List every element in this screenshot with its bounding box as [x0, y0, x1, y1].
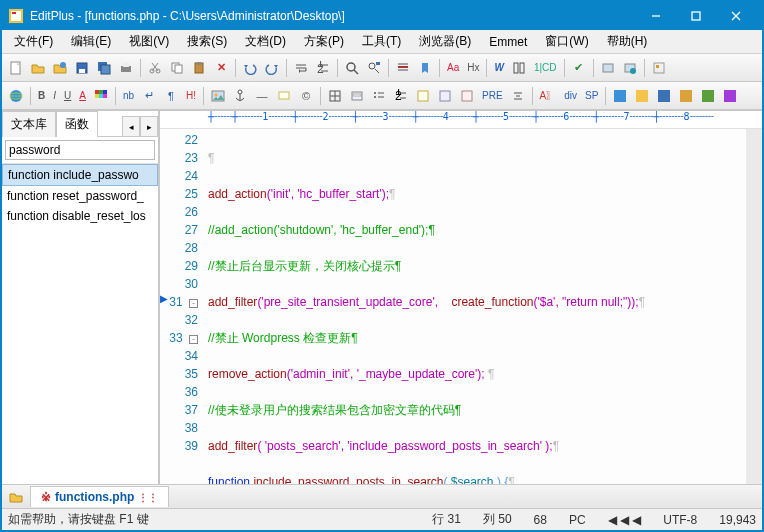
list-ul-icon[interactable]: [369, 86, 389, 106]
image-icon[interactable]: [208, 86, 228, 106]
status-encoding[interactable]: UTF-8: [663, 513, 697, 527]
new-file-icon[interactable]: [6, 58, 26, 78]
font-size-icon[interactable]: Aa: [444, 58, 462, 78]
fold-toggle-icon[interactable]: -: [189, 299, 198, 308]
menu-emmet[interactable]: Emmet: [481, 33, 535, 51]
delete-icon[interactable]: ✕: [211, 58, 231, 78]
menu-edit[interactable]: 编辑(E): [63, 31, 119, 52]
spellcheck-icon[interactable]: ✔: [569, 58, 589, 78]
form-icon[interactable]: [347, 86, 367, 106]
globe-icon[interactable]: [6, 86, 26, 106]
menu-browser[interactable]: 浏览器(B): [411, 31, 479, 52]
columns-icon[interactable]: [509, 58, 529, 78]
folder-icon[interactable]: [6, 487, 26, 507]
undo-icon[interactable]: [240, 58, 260, 78]
pre-icon[interactable]: PRE: [479, 86, 506, 106]
save-icon[interactable]: [72, 58, 92, 78]
status-line: 行 31: [432, 511, 461, 528]
applet-icon[interactable]: [435, 86, 455, 106]
function-search-input[interactable]: [5, 140, 155, 160]
open-file-icon[interactable]: [28, 58, 48, 78]
replace-icon[interactable]: [364, 58, 384, 78]
sidetab-library[interactable]: 文本库: [2, 111, 56, 137]
menu-project[interactable]: 方案(P): [296, 31, 352, 52]
word-wrap-icon[interactable]: [291, 58, 311, 78]
vertical-scrollbar[interactable]: [746, 129, 762, 484]
status-chars: 68: [534, 513, 547, 527]
web-preview-icon[interactable]: W: [491, 58, 506, 78]
sidetab-functions[interactable]: 函数: [56, 111, 98, 137]
list-ol-icon[interactable]: 12: [391, 86, 411, 106]
svg-rect-79: [680, 90, 692, 102]
object-icon[interactable]: [457, 86, 477, 106]
save-all-icon[interactable]: [94, 58, 114, 78]
svg-rect-20: [175, 65, 182, 73]
center-icon[interactable]: [508, 86, 528, 106]
maximize-button[interactable]: [676, 2, 716, 30]
tab-close-icon[interactable]: ⋮⋮: [138, 492, 158, 503]
print-icon[interactable]: [116, 58, 136, 78]
function-list[interactable]: function include_passwo function reset_p…: [2, 164, 158, 484]
menu-view[interactable]: 视图(V): [121, 31, 177, 52]
hr-icon[interactable]: —: [252, 86, 272, 106]
function-item[interactable]: function reset_password_: [2, 186, 158, 206]
find-icon[interactable]: [342, 58, 362, 78]
heading-icon[interactable]: H!: [183, 86, 199, 106]
span-icon[interactable]: SP: [582, 86, 601, 106]
palette1-icon[interactable]: [610, 86, 630, 106]
minimize-button[interactable]: [636, 2, 676, 30]
customize-icon[interactable]: [649, 58, 669, 78]
cut-icon[interactable]: [145, 58, 165, 78]
menu-file[interactable]: 文件(F): [6, 31, 61, 52]
blockquote-icon[interactable]: A〗: [537, 86, 560, 106]
settings-icon[interactable]: [598, 58, 618, 78]
svg-point-8: [60, 62, 66, 68]
paste-icon[interactable]: [189, 58, 209, 78]
palette2-icon[interactable]: [632, 86, 652, 106]
line-number-icon[interactable]: 12: [313, 58, 333, 78]
svg-rect-61: [353, 94, 361, 96]
table-icon[interactable]: [325, 86, 345, 106]
underline-icon[interactable]: U: [61, 86, 74, 106]
bookmark-icon[interactable]: [415, 58, 435, 78]
code-area[interactable]: ¶ add_action('init', 'hc_buffer_start');…: [204, 129, 746, 484]
goto-line-icon[interactable]: [393, 58, 413, 78]
sidetab-prev-icon[interactable]: ◂: [122, 116, 140, 136]
encoding-icon[interactable]: 1|CD: [531, 58, 560, 78]
redo-icon[interactable]: [262, 58, 282, 78]
palette5-icon[interactable]: [698, 86, 718, 106]
toolbar-main: ✕ 12 Aa Hx W 1|CD ✔: [2, 54, 762, 82]
palette4-icon[interactable]: [676, 86, 696, 106]
menu-help[interactable]: 帮助(H): [599, 31, 656, 52]
italic-icon[interactable]: I: [50, 86, 59, 106]
script-icon[interactable]: [413, 86, 433, 106]
function-item[interactable]: function disable_reset_los: [2, 206, 158, 226]
menu-window[interactable]: 窗口(W): [537, 31, 596, 52]
hex-icon[interactable]: Hx: [464, 58, 482, 78]
anchor-icon[interactable]: [230, 86, 250, 106]
fold-toggle-icon[interactable]: -: [189, 335, 198, 344]
menu-document[interactable]: 文档(D): [237, 31, 294, 52]
palette3-icon[interactable]: [654, 86, 674, 106]
paragraph-icon[interactable]: ¶: [161, 86, 181, 106]
menu-tools[interactable]: 工具(T): [354, 31, 409, 52]
close-button[interactable]: [716, 2, 756, 30]
bold-icon[interactable]: B: [35, 86, 48, 106]
function-item[interactable]: function include_passwo: [2, 164, 158, 186]
palette6-icon[interactable]: [720, 86, 740, 106]
comment-icon[interactable]: [274, 86, 294, 106]
settings2-icon[interactable]: [620, 58, 640, 78]
open-remote-icon[interactable]: [50, 58, 70, 78]
function-search: [2, 137, 158, 164]
nbsp-icon[interactable]: nb: [120, 86, 137, 106]
char-icon[interactable]: ©: [296, 86, 316, 106]
status-bar: 如需帮助，请按键盘 F1 键 行 31 列 50 68 PC ◀ ◀ ◀ UTF…: [2, 508, 762, 530]
div-icon[interactable]: div: [561, 86, 580, 106]
color-picker-icon[interactable]: [91, 86, 111, 106]
break-icon[interactable]: ↵: [139, 86, 159, 106]
sidetab-next-icon[interactable]: ▸: [140, 116, 158, 136]
document-tab[interactable]: ※ functions.php ⋮⋮: [30, 486, 169, 507]
font-color-icon[interactable]: A: [76, 86, 89, 106]
menu-search[interactable]: 搜索(S): [179, 31, 235, 52]
copy-icon[interactable]: [167, 58, 187, 78]
